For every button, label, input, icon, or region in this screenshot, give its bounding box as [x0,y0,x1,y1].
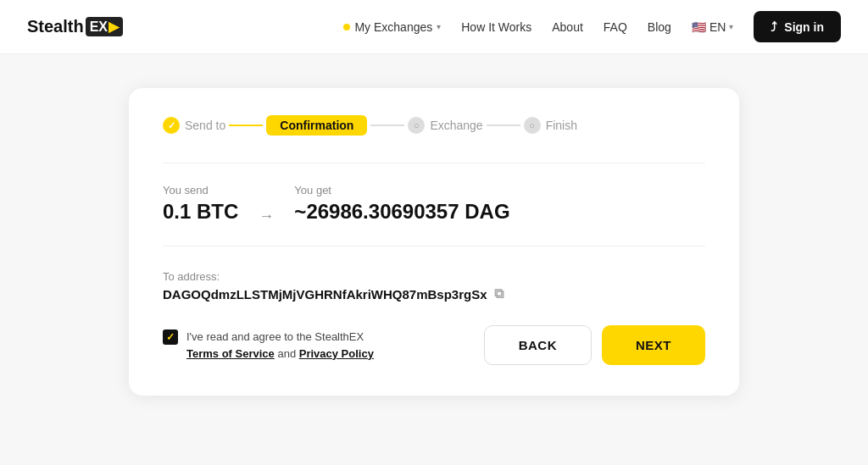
next-button[interactable]: NEXT [602,325,705,365]
back-button[interactable]: BACK [484,325,592,365]
nav-faq[interactable]: FAQ [604,20,627,34]
address-value-row: DAGOQdmzLLSTMjMjVGHRNfAkriWHQ87mBsp3rgSx… [163,286,705,302]
step-send-to: ✓ Send to [163,117,225,134]
send-block: You send 0.1 BTC [163,184,238,224]
step-4-circle: ○ [524,117,541,134]
sign-in-button[interactable]: ⤴ Sign in [754,11,841,42]
exchange-arrow-icon: → [259,208,274,225]
language-arrow-icon: ▾ [729,22,733,31]
copy-icon[interactable]: ⧉ [494,286,504,302]
nav-blog[interactable]: Blog [648,20,671,34]
step-1-check-icon: ✓ [168,120,175,131]
flag-icon: 🇺🇸 [692,20,706,34]
nav-my-exchanges-arrow-icon: ▾ [437,22,441,31]
nav-about[interactable]: About [552,20,583,34]
get-block: You get ~26986.30690357 DAG [294,184,509,224]
stepper: ✓ Send to Confirmation ○ Exchange [163,115,705,136]
nav-my-exchanges[interactable]: My Exchanges ▾ [343,20,441,34]
nav-my-exchanges-label: My Exchanges [354,20,432,34]
step-3-circle: ○ [408,117,425,134]
actions-row: ✓ I've read and agree to the StealthEX T… [163,325,705,365]
nav-how-it-works[interactable]: How It Works [461,20,531,34]
step-3-label: Exchange [430,119,482,132]
address-text: DAGOQdmzLLSTMjMjVGHRNfAkriWHQ87mBsp3rgSx [163,287,487,302]
step-finish: ○ Finish [524,117,577,134]
terms-block: ✓ I've read and agree to the StealthEX T… [163,329,470,362]
action-buttons: BACK NEXT [484,325,705,365]
step-1-circle: ✓ [163,117,180,134]
send-amount: 0.1 BTC [163,200,238,224]
exchange-summary: You send 0.1 BTC → You get ~26986.306903… [163,163,705,246]
logo-arrow-icon: ▶ [108,19,119,35]
connector-2 [370,125,404,126]
confirmation-card: ✓ Send to Confirmation ○ Exchange [129,88,739,396]
step-confirmation: Confirmation [266,115,367,136]
terms-and: and [277,347,298,360]
terms-of-service-link[interactable]: Terms of Service [186,347,275,360]
checkbox-check-icon: ✓ [166,331,175,343]
send-label: You send [163,184,238,197]
get-label: You get [294,184,509,197]
privacy-policy-link[interactable]: Privacy Policy [299,347,374,360]
connector-3 [487,125,520,126]
address-label: To address: [163,270,705,283]
step-1-label: Send to [185,119,225,132]
sign-in-label: Sign in [784,20,824,34]
terms-text: I've read and agree to the StealthEX Ter… [186,329,374,362]
terms-intro: I've read and agree to the StealthEX [186,330,364,343]
step-4-label: Finish [546,119,577,132]
connector-1 [229,125,263,126]
step-2-label: Confirmation [266,115,367,136]
terms-checkbox[interactable]: ✓ [163,329,178,345]
language-label: EN [709,20,726,34]
language-selector[interactable]: 🇺🇸 EN ▾ [692,20,733,34]
step-exchange: ○ Exchange [408,117,482,134]
logo-ex: EX ▶ [86,17,123,36]
logo-text: Stealth [27,17,84,36]
my-exchanges-dot-icon [343,24,350,30]
sign-in-icon: ⤴ [771,19,777,34]
logo[interactable]: Stealth EX ▶ [27,17,123,36]
main-nav: My Exchanges ▾ How It Works About FAQ Bl… [343,11,841,42]
address-section: To address: DAGOQdmzLLSTMjMjVGHRNfAkriWH… [163,270,705,302]
get-amount: ~26986.30690357 DAG [294,200,509,224]
